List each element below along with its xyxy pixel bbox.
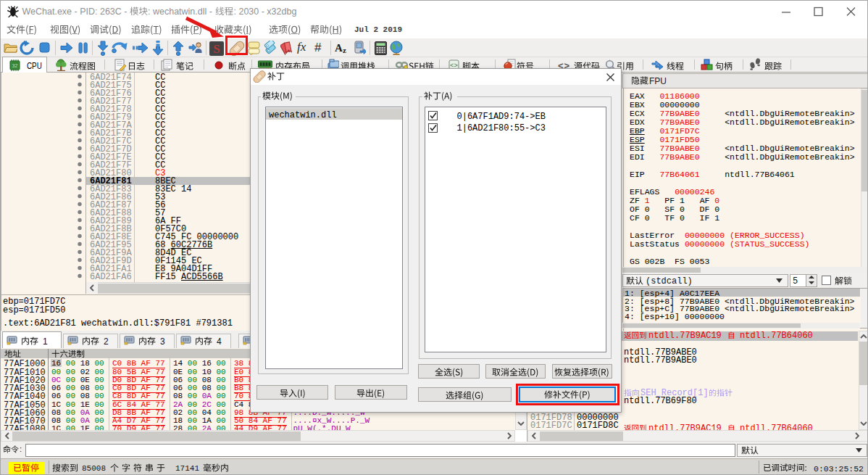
svg-text:32: 32 bbox=[12, 63, 18, 68]
svg-text:S: S bbox=[213, 42, 220, 56]
